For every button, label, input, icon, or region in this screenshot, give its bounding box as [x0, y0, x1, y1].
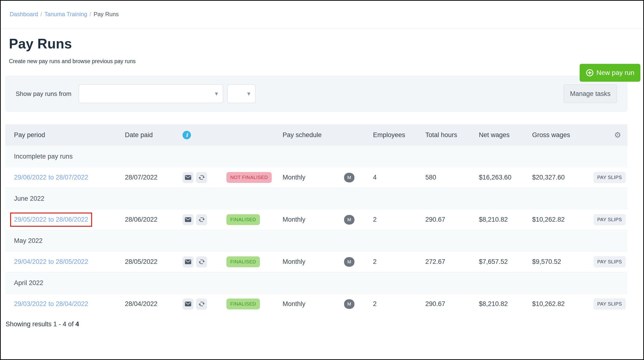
caret-down-icon: ▼ [215, 91, 218, 96]
breadcrumb: Dashboard/Tanuma Training/Pay Runs [1, 1, 643, 29]
results-total: 4 [76, 321, 79, 328]
status-badge: FINALISED [226, 214, 260, 225]
net-wages: $7,657.52 [476, 258, 529, 266]
status-badge: FINALISED [226, 299, 260, 309]
sync-icon[interactable] [196, 256, 207, 268]
group-header-row: May 2022 [5, 230, 627, 251]
employees-count: 2 [370, 300, 422, 308]
pay-schedule: Monthly [282, 258, 344, 266]
payslips-button[interactable]: PAY SLIPS [594, 256, 626, 268]
pay-period-link[interactable]: 29/05/2022 to 28/06/2022 [14, 216, 88, 223]
status-badge: NOT FINALISED [226, 172, 272, 183]
envelope-icon[interactable] [182, 256, 194, 268]
total-hours: 272.67 [422, 258, 476, 266]
group-header-row: Incomplete pay runs [5, 146, 627, 167]
page-header: Pay Runs Create new pay runs and browse … [1, 29, 643, 64]
pay-schedule: Monthly [282, 300, 344, 308]
net-wages: $8,210.82 [476, 216, 529, 223]
envelope-icon[interactable] [182, 172, 194, 183]
employees-count: 2 [370, 258, 422, 266]
pay-run-row: 29/03/2022 to 28/04/2022 28/04/2022 FINA… [5, 294, 627, 314]
breadcrumb-current: Pay Runs [94, 11, 119, 17]
total-hours: 290.67 [422, 216, 476, 223]
col-header-total-hours: Total hours [422, 131, 476, 139]
schedule-badge: M [344, 173, 354, 182]
filter-bar: Show pay runs from ▼ ▼ Manage tasks [5, 76, 627, 112]
sync-icon[interactable] [196, 299, 207, 310]
gross-wages: $10,262.82 [529, 216, 584, 223]
annotation-box: 29/04/2022 to 28/05/2022 [10, 255, 92, 269]
manage-tasks-button[interactable]: Manage tasks [564, 84, 617, 103]
sync-icon[interactable] [196, 214, 207, 225]
gross-wages: $10,262.82 [529, 300, 584, 308]
group-label: June 2022 [14, 195, 44, 202]
gross-wages: $9,570.52 [529, 258, 584, 266]
net-wages: $16,263.60 [476, 174, 529, 181]
pay-run-row: 29/06/2022 to 28/07/2022 28/07/2022 NOT … [5, 167, 627, 188]
pay-schedule: Monthly [282, 174, 344, 181]
breadcrumb-separator: / [38, 11, 44, 17]
pay-run-row: 29/05/2022 to 28/06/2022 28/06/2022 FINA… [5, 209, 627, 230]
employees-count: 2 [370, 216, 422, 223]
results-summary: Showing results 1 - 4 of 4 [6, 321, 643, 328]
results-summary-text: Showing results 1 - 4 of [6, 321, 74, 328]
payslips-button[interactable]: PAY SLIPS [594, 214, 626, 225]
annotation-box: 29/06/2022 to 28/07/2022 [10, 170, 92, 185]
pay-run-filter-select[interactable]: ▼ [78, 84, 223, 103]
envelope-icon[interactable] [182, 214, 194, 225]
breadcrumb-dashboard[interactable]: Dashboard [10, 11, 38, 17]
group-header-row: June 2022 [5, 188, 627, 209]
envelope-icon[interactable] [182, 299, 194, 310]
pay-runs-table: Pay period Date paid i Pay schedule Empl… [5, 124, 627, 314]
pay-period-link[interactable]: 29/04/2022 to 28/05/2022 [14, 258, 88, 265]
plus-circle-icon [586, 69, 594, 77]
gear-icon[interactable]: ⚙ [614, 130, 627, 139]
pay-period-link[interactable]: 29/03/2022 to 28/04/2022 [14, 300, 88, 308]
schedule-badge: M [344, 215, 354, 225]
payslips-button[interactable]: PAY SLIPS [594, 172, 626, 183]
new-pay-run-button[interactable]: New pay run [580, 64, 640, 82]
table-header-row: Pay period Date paid i Pay schedule Empl… [5, 124, 627, 146]
date-paid: 28/05/2022 [116, 258, 175, 266]
annotation-box: 29/05/2022 to 28/06/2022 [10, 213, 92, 227]
group-label: May 2022 [14, 237, 43, 245]
date-paid: 28/07/2022 [116, 174, 175, 181]
pay-runs-table-body: Incomplete pay runs 29/06/2022 to 28/07/… [5, 146, 627, 314]
col-header-pay-period: Pay period [5, 131, 116, 139]
schedule-badge: M [344, 257, 354, 267]
year-filter-select[interactable]: ▼ [227, 84, 256, 103]
col-header-net-wages: Net wages [476, 131, 529, 139]
page-subtitle: Create new pay runs and browse previous … [9, 58, 634, 64]
col-header-employees: Employees [370, 131, 422, 139]
group-label: April 2022 [14, 279, 44, 287]
show-pay-runs-label: Show pay runs from [16, 90, 71, 98]
breadcrumb-separator: / [87, 11, 94, 17]
col-header-pay-schedule: Pay schedule [282, 131, 344, 139]
new-pay-run-label: New pay run [596, 69, 634, 77]
status-badge: FINALISED [226, 256, 260, 267]
pay-schedule: Monthly [282, 216, 344, 223]
caret-down-icon: ▼ [247, 91, 250, 96]
col-header-gross-wages: Gross wages [529, 131, 584, 139]
sync-icon[interactable] [196, 172, 207, 183]
payslips-button[interactable]: PAY SLIPS [594, 298, 626, 310]
schedule-badge: M [344, 299, 354, 309]
employees-count: 4 [370, 174, 422, 181]
gross-wages: $20,327.60 [529, 174, 584, 181]
date-paid: 28/06/2022 [116, 216, 175, 223]
breadcrumb-company[interactable]: Tanuma Training [44, 11, 87, 17]
col-header-date-paid: Date paid [116, 131, 175, 139]
pay-runs-page: { "breadcrumb": { "separator": "/", "ite… [0, 0, 644, 360]
group-header-row: April 2022 [5, 272, 627, 294]
group-label: Incomplete pay runs [14, 153, 72, 160]
total-hours: 580 [422, 174, 476, 181]
pay-run-row: 29/04/2022 to 28/05/2022 28/05/2022 FINA… [5, 251, 627, 272]
page-title: Pay Runs [9, 36, 634, 51]
date-paid: 28/04/2022 [116, 300, 175, 308]
annotation-box: 29/03/2022 to 28/04/2022 [10, 297, 92, 311]
total-hours: 290.67 [422, 300, 476, 308]
info-icon[interactable]: i [182, 131, 191, 139]
net-wages: $8,210.82 [476, 300, 529, 308]
pay-period-link[interactable]: 29/06/2022 to 28/07/2022 [14, 174, 88, 181]
